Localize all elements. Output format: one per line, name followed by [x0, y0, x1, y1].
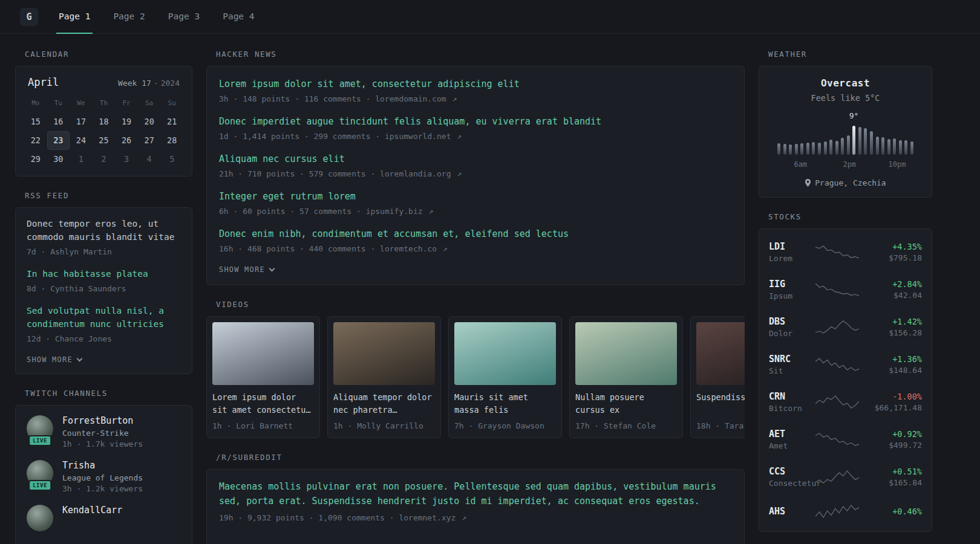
stock-symbol[interactable]: AHS: [769, 506, 815, 517]
page-tabs: Page 1Page 2Page 3Page 4: [56, 0, 257, 33]
stock-symbol[interactable]: IIG: [769, 279, 815, 290]
rss-item-title[interactable]: Donec tempor eros leo, ut commodo mauris…: [27, 218, 181, 244]
stock-name: Lorem: [769, 254, 815, 263]
channel-name[interactable]: KendallCarr: [62, 505, 122, 516]
hn-item-title[interactable]: Donec enim nibh, condimentum et accumsan…: [219, 227, 732, 241]
stock-change: +4.35%: [869, 242, 922, 251]
stock-name: Bitcorn: [769, 404, 815, 413]
calendar-day[interactable]: 2: [93, 150, 116, 169]
left-column: CALENDAR April Week 17·2024 MoTuWeThFrSa…: [15, 41, 192, 544]
calendar-day[interactable]: 28: [160, 131, 183, 150]
stock-identity: CCSConsectetur: [769, 466, 815, 488]
weather-bar: [893, 138, 896, 155]
rss-item-title[interactable]: Sed volutpat nulla nisl, a condimentum n…: [27, 305, 181, 331]
tab-page-4[interactable]: Page 4: [220, 0, 256, 34]
calendar-day[interactable]: 24: [70, 131, 93, 150]
hn-item-title[interactable]: Lorem ipsum dolor sit amet, consectetur …: [219, 77, 732, 91]
channel-avatar: LIVE: [27, 415, 53, 442]
chevron-down-icon: [269, 265, 275, 271]
stock-symbol[interactable]: LDI: [769, 241, 815, 252]
channel-game: Counter-Strike: [62, 429, 143, 438]
channel-name[interactable]: ForrestBurton: [62, 415, 143, 426]
tab-page-1[interactable]: Page 1: [56, 0, 93, 34]
stock-symbol[interactable]: AET: [769, 429, 815, 439]
rss-show-more-button[interactable]: SHOW MORE: [27, 355, 82, 364]
rss-section-title: RSS FEED: [25, 191, 192, 200]
video-thumbnail[interactable]: [575, 322, 677, 385]
channel-name[interactable]: Trisha: [62, 460, 143, 471]
tab-page-2[interactable]: Page 2: [111, 0, 147, 34]
weekday-label: Fr: [115, 96, 138, 112]
video-title[interactable]: Nullam posuere cursus ex: [575, 391, 677, 416]
video-title[interactable]: Suspendisse diam: [696, 391, 745, 416]
calendar-day[interactable]: 26: [115, 131, 138, 150]
calendar-day[interactable]: 21: [160, 112, 183, 131]
calendar-day[interactable]: 27: [138, 131, 161, 150]
chevron-down-icon: [76, 355, 82, 361]
calendar-day[interactable]: 1: [70, 150, 93, 169]
calendar-day-selected[interactable]: 23: [47, 131, 70, 150]
tab-page-3[interactable]: Page 3: [166, 0, 202, 34]
stock-sparkline: [815, 504, 859, 519]
hn-item-title[interactable]: Donec imperdiet augue tincidunt felis al…: [219, 115, 732, 129]
hn-item: Donec imperdiet augue tincidunt felis al…: [219, 115, 732, 142]
calendar-day[interactable]: 25: [93, 131, 116, 150]
twitch-card: LIVEForrestBurtonCounter-Strike1h · 1.7k…: [15, 405, 192, 544]
hacker-news-list: Lorem ipsum dolor sit amet, consectetur …: [219, 77, 732, 254]
weather-hourly-chart: 9°: [777, 125, 913, 155]
right-column: WEATHER Overcast Feels like 5°C 9° 6am2p…: [759, 41, 932, 544]
video-title[interactable]: Lorem ipsum dolor sit amet consectetu…: [212, 391, 314, 416]
video-thumbnail[interactable]: [333, 322, 435, 385]
twitch-channel-row: LIVEForrestBurtonCounter-Strike1h · 1.7k…: [27, 415, 181, 448]
calendar-day[interactable]: 18: [93, 112, 116, 131]
rss-item-meta: 7d · Ashlyn Martin: [27, 246, 181, 258]
weekday-label: Su: [160, 96, 183, 112]
calendar-day[interactable]: 3: [115, 150, 138, 169]
weather-bar: [806, 143, 809, 155]
hacker-news-widget: HACKER NEWS Lorem ipsum dolor sit amet, …: [206, 50, 745, 285]
stock-change: -1.00%: [869, 392, 922, 401]
calendar-day[interactable]: 4: [138, 150, 161, 169]
hn-item: Integer eget rutrum lorem6h · 60 points …: [219, 190, 732, 217]
calendar-day[interactable]: 16: [47, 112, 70, 131]
videos-section-title: VIDEOS: [216, 300, 745, 309]
separator-dot: ·: [154, 79, 158, 88]
calendar-day[interactable]: 15: [24, 112, 47, 131]
calendar-section-title: CALENDAR: [25, 50, 192, 59]
stock-symbol[interactable]: SNRC: [769, 354, 815, 364]
stock-symbol[interactable]: CRN: [769, 391, 815, 402]
external-link-icon: ↗: [457, 169, 462, 178]
rss-item-meta: 12d · Chance Jones: [27, 333, 181, 345]
calendar-day[interactable]: 20: [138, 112, 161, 131]
video-thumbnail[interactable]: [212, 322, 314, 385]
calendar-day[interactable]: 5: [160, 150, 183, 169]
hn-item-title[interactable]: Integer eget rutrum lorem: [219, 190, 732, 204]
calendar-day[interactable]: 29: [24, 150, 47, 169]
app-logo[interactable]: G: [20, 8, 38, 26]
weather-bar: [864, 128, 867, 155]
weather-bar: [783, 144, 786, 155]
video-thumbnail[interactable]: [454, 322, 556, 385]
weather-bar: [852, 126, 855, 155]
weather-bar: [858, 127, 861, 155]
calendar-week-year: Week 17·2024: [118, 79, 180, 88]
subreddit-post-title[interactable]: Maecenas mollis pulvinar erat non posuer…: [219, 479, 732, 508]
calendar-day[interactable]: 22: [24, 131, 47, 150]
weather-bar: [881, 137, 884, 155]
stock-change: +1.42%: [869, 317, 922, 326]
video-title[interactable]: Mauris sit amet massa felis: [454, 391, 556, 416]
video-thumbnail[interactable]: [696, 322, 745, 385]
stock-symbol[interactable]: CCS: [769, 466, 815, 477]
calendar-day[interactable]: 30: [47, 150, 70, 169]
video-title[interactable]: Aliquam tempor dolor nec pharetra…: [333, 391, 435, 416]
external-link-icon: ↗: [428, 207, 433, 216]
calendar-day[interactable]: 19: [115, 112, 138, 131]
weekday-label: Mo: [24, 96, 47, 112]
stock-symbol[interactable]: DBS: [769, 316, 815, 327]
calendar-day[interactable]: 17: [70, 112, 93, 131]
rss-item: Donec tempor eros leo, ut commodo mauris…: [27, 218, 181, 257]
rss-item-title[interactable]: In hac habitasse platea: [27, 268, 181, 281]
hn-show-more-button[interactable]: SHOW MORE: [219, 265, 274, 274]
stock-row: LDILorem+4.35%$795.18: [769, 233, 922, 271]
hn-item-title[interactable]: Aliquam nec cursus elit: [219, 152, 732, 166]
